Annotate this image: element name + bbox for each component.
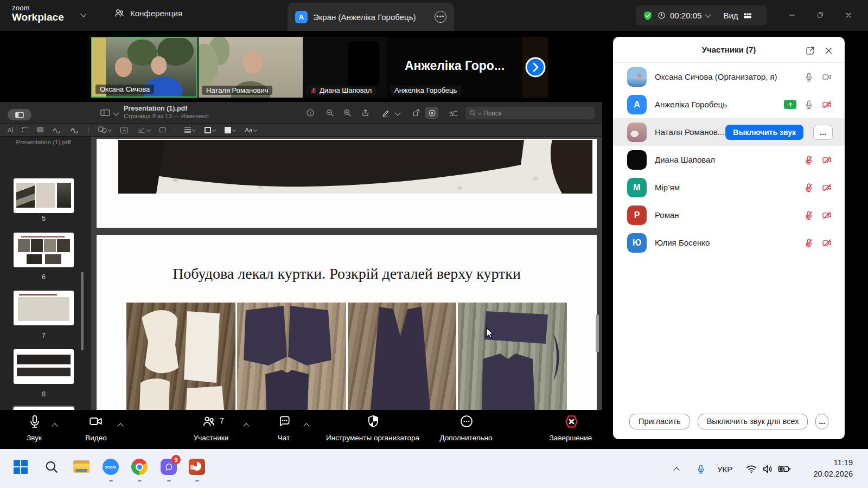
zoom-out-icon[interactable]	[323, 107, 336, 119]
text-style-icon[interactable]: Aa	[245, 127, 257, 133]
share-export-icon[interactable]	[359, 107, 372, 119]
view-options-pill[interactable]	[8, 109, 31, 120]
zoom-in-icon[interactable]	[341, 107, 354, 119]
camera-off-icon[interactable]	[821, 210, 833, 220]
pdf-document-area[interactable]: Побудова лекал куртки. Розкрій деталей в…	[91, 137, 602, 410]
page-thumbnail-8[interactable]	[14, 349, 74, 384]
tab-options-icon[interactable]: •••	[435, 11, 446, 23]
tab-screen-share[interactable]: A Экран (Анжеліка Горобець) •••	[288, 3, 454, 31]
participants-options-chevron-icon[interactable]	[243, 423, 249, 429]
info-icon[interactable]	[304, 107, 317, 119]
popout-icon[interactable]	[803, 44, 816, 57]
page-thumbnail-5[interactable]	[14, 178, 74, 213]
taskbar-search-icon[interactable]	[43, 458, 60, 476]
mic-off-icon[interactable]	[804, 238, 814, 248]
next-videos-arrow-button[interactable]	[525, 56, 546, 78]
taskbar-clock[interactable]: 11:19 20.02.2026	[813, 457, 853, 480]
camera-off-icon[interactable]	[821, 155, 833, 165]
draw-tool-icon[interactable]	[71, 127, 79, 133]
page-thumbnail-7[interactable]	[14, 291, 74, 325]
participant-row-natalia[interactable]: Наталя Романов... Выключить звук ...	[613, 118, 845, 146]
search-input[interactable]	[483, 110, 576, 117]
close-window-button[interactable]	[840, 8, 857, 23]
chat-options-chevron-icon[interactable]	[303, 423, 309, 429]
mic-off-icon[interactable]	[804, 155, 814, 165]
participant-row-roman[interactable]: Р Роман	[613, 201, 845, 229]
markup-chevron-icon[interactable]	[394, 110, 400, 115]
audio-mic-icon[interactable]	[28, 414, 42, 431]
mute-all-button[interactable]: Выключить звук для всех	[698, 414, 808, 429]
camera-icon[interactable]	[821, 72, 833, 82]
rotate-icon[interactable]	[410, 107, 423, 119]
sketch-tool-icon[interactable]	[53, 127, 61, 133]
sidebar-toggle-icon[interactable]	[99, 107, 112, 119]
invite-button[interactable]: Пригласить	[629, 414, 690, 429]
view-grid-icon[interactable]	[743, 11, 752, 21]
textbox-tool-icon[interactable]: A	[120, 127, 128, 133]
video-tile-natalia[interactable]: Наталя Романович	[199, 37, 303, 98]
text-select-tool-icon[interactable]: A	[8, 127, 13, 133]
language-indicator[interactable]: УКР	[717, 450, 732, 488]
workspace-chevron-down-icon[interactable]	[80, 11, 86, 17]
more-options-icon[interactable]	[459, 414, 474, 431]
fill-color-icon[interactable]	[225, 127, 235, 133]
camera-off-icon[interactable]	[821, 183, 833, 192]
hidden-icons-chevron[interactable]	[674, 450, 679, 488]
viber-icon[interactable]: 9	[160, 458, 177, 476]
powerpoint-icon[interactable]	[188, 458, 206, 476]
file-explorer-icon[interactable]	[73, 458, 90, 476]
close-panel-icon[interactable]	[822, 44, 835, 57]
participant-row-yulia[interactable]: Ю Юлия Босенко	[613, 229, 845, 256]
end-meeting-icon[interactable]	[564, 414, 579, 431]
zoom-app-icon[interactable]: zoom	[102, 458, 119, 476]
page-thumbnail-6[interactable]	[14, 233, 74, 267]
video-camera-icon[interactable]	[88, 414, 104, 431]
meeting-info-pill[interactable]: 00:20:05 Вид	[636, 5, 767, 25]
participant-row-miryam[interactable]: M Мір’ям	[613, 174, 845, 201]
mic-off-icon[interactable]	[804, 210, 814, 220]
volume-icon[interactable]	[762, 450, 774, 488]
mute-participant-button[interactable]: Выключить звук	[725, 125, 803, 140]
chat-icon[interactable]	[277, 414, 291, 431]
highlight-tool-icon[interactable]	[425, 107, 438, 119]
pdf-search-box[interactable]	[465, 107, 595, 119]
start-button[interactable]	[12, 458, 29, 476]
rect-select-tool-icon[interactable]	[22, 127, 28, 132]
note-tool-icon[interactable]	[159, 127, 165, 132]
participants-icon[interactable]	[202, 414, 216, 431]
tray-mic-in-use-icon[interactable]	[696, 450, 706, 488]
sidebar-chevron-icon[interactable]	[113, 110, 119, 115]
redact-tool-icon[interactable]	[37, 127, 43, 132]
participant-more-button[interactable]: ...	[813, 125, 833, 140]
shapes-tool-icon[interactable]	[98, 126, 111, 133]
chrome-icon[interactable]	[131, 458, 148, 476]
mic-off-icon[interactable]	[804, 183, 814, 192]
wifi-icon[interactable]	[745, 450, 757, 488]
camera-off-icon[interactable]	[821, 238, 833, 248]
audio-options-chevron-icon[interactable]	[52, 423, 58, 429]
video-tile-diana[interactable]: Диана Шаповал	[303, 37, 387, 98]
sidebar-scrollbar[interactable]	[81, 272, 84, 350]
minimize-button[interactable]	[784, 8, 800, 23]
participant-row-diana[interactable]: Диана Шаповал	[613, 146, 845, 174]
tab-conference[interactable]: Конференция	[114, 8, 182, 18]
participant-row-oksana[interactable]: Оксана Сичова (Организатор, я)	[613, 63, 845, 91]
restore-button[interactable]	[812, 8, 828, 23]
mic-icon[interactable]	[804, 72, 814, 82]
markup-pen-icon[interactable]	[379, 107, 392, 119]
sign-tool-icon[interactable]	[137, 127, 150, 133]
footer-more-button[interactable]: ...	[815, 414, 828, 429]
host-tools-shield-icon[interactable]	[366, 414, 380, 431]
border-color-icon[interactable]	[205, 127, 215, 133]
battery-icon[interactable]	[777, 450, 792, 488]
document-scrollbar[interactable]	[596, 314, 599, 352]
view-label[interactable]: Вид	[723, 11, 738, 20]
video-tile-oksana[interactable]: Оксана Сичова	[91, 37, 197, 98]
signature-icon[interactable]	[447, 107, 460, 119]
search-options-chevron-icon[interactable]	[478, 111, 482, 115]
video-options-chevron-icon[interactable]	[117, 423, 123, 429]
timer-chevron-down-icon[interactable]	[705, 11, 711, 17]
video-tile-anzhelika[interactable]: Анжеліка Горо... Анжеліка Горобець	[387, 37, 522, 98]
participant-row-anzhelika[interactable]: A Анжеліка Горобець	[613, 91, 845, 118]
line-style-icon[interactable]	[184, 126, 195, 134]
